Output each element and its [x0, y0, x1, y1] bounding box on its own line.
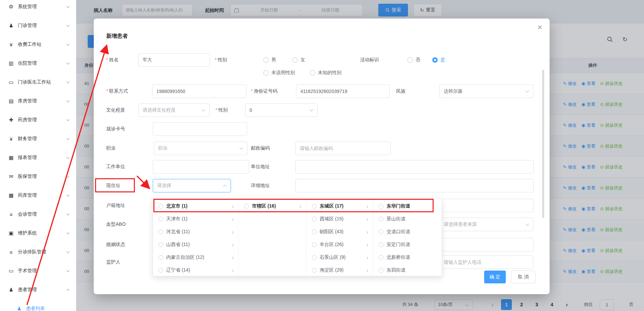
sidebar-item-icon: ♟ — [8, 287, 14, 293]
radio-icon[interactable] — [312, 204, 317, 209]
radio-icon[interactable] — [312, 217, 317, 221]
sidebar-item-icon: ¥ — [8, 42, 14, 48]
radio-icon[interactable] — [379, 229, 383, 234]
cascader-option[interactable]: 辽宁省 (14) — [153, 264, 238, 277]
modal-scrollbar[interactable] — [542, 70, 544, 218]
cascader-option[interactable]: 交道口街道 — [373, 225, 442, 238]
cascader-option-label: 交道口街道 — [386, 229, 410, 235]
detail-address-input[interactable] — [295, 179, 534, 192]
sidebar-item[interactable]: ▭ 门诊医生工作站 — [0, 73, 76, 92]
sidebar-item[interactable]: ⚙ 系统管理 — [0, 0, 76, 16]
chevron-down-icon — [310, 107, 313, 111]
cascader-option[interactable]: 海淀区 (29) — [306, 264, 373, 277]
gender-radio[interactable]: 女 — [292, 57, 305, 63]
radio-icon[interactable] — [379, 217, 383, 221]
cancel-button[interactable]: 取 消 — [511, 271, 535, 283]
active-flag-radio[interactable]: 否 — [407, 57, 420, 63]
radio-icon[interactable] — [158, 204, 163, 209]
gender-code-select[interactable]: 0 — [245, 103, 318, 117]
cascader-option[interactable]: 石景山区 (9) — [306, 251, 373, 264]
cascader-option[interactable]: 东华门街道 — [373, 200, 442, 213]
sidebar-item[interactable]: ▣ 维护系统 — [0, 224, 76, 243]
sidebar-item[interactable]: ✉ 医保管理 — [0, 167, 76, 186]
cascader-option[interactable]: 西城区 (15) — [306, 213, 373, 225]
radio-icon[interactable] — [379, 255, 383, 260]
name-field-label: *姓名 — [106, 57, 118, 63]
cascader-option[interactable]: 内蒙古自治区 (12) — [153, 251, 238, 264]
radio-icon[interactable] — [312, 268, 317, 273]
radio-icon[interactable] — [379, 204, 383, 209]
cascader-option[interactable]: 天津市 (1) — [153, 213, 238, 225]
gender-radio[interactable]: 男 — [263, 57, 276, 63]
chevron-right-icon — [367, 229, 369, 235]
contact-input[interactable] — [152, 85, 246, 98]
chevron-down-icon — [66, 250, 70, 253]
cascader-option[interactable]: 北新桥街道 — [373, 251, 442, 264]
current-address-select[interactable]: 请选择 — [153, 179, 231, 192]
radio-icon[interactable] — [379, 268, 383, 273]
sidebar-item[interactable]: ▭ 手术管理 — [0, 261, 76, 280]
ethnicity-select[interactable]: 达斡尔族 — [439, 85, 533, 98]
sidebar-item[interactable]: ¥ 财务管理 — [0, 129, 76, 148]
gender-radio[interactable]: 未说明性别 — [263, 70, 295, 76]
sidebar-item[interactable]: ✚ 药房管理 — [0, 111, 76, 129]
radio-icon[interactable] — [158, 255, 163, 260]
sidebar-item-label: 分诊排队管理 — [18, 249, 63, 255]
sidebar-item[interactable]: ▦ 报表管理 — [0, 148, 76, 167]
sidebar-item[interactable]: ▩ 药库管理 — [0, 186, 76, 205]
cascader-option-label: 北新桥街道 — [386, 254, 410, 260]
radio-icon[interactable] — [158, 242, 163, 247]
sidebar-item-patient-list[interactable]: ♟ 患者列表 — [0, 299, 76, 311]
address-cascader-dropdown: 北京市 (1)天津市 (1)河北省 (11)山西省 (11)内蒙古自治区 (12… — [153, 198, 442, 276]
cascader-option[interactable]: 安定门街道 — [373, 238, 442, 251]
cascader-option[interactable]: 北京市 (1) — [153, 200, 238, 213]
active-flag-radio[interactable]: 是 — [432, 57, 445, 63]
radio-icon[interactable] — [158, 229, 163, 234]
radio-icon[interactable] — [312, 229, 317, 234]
chevron-down-icon — [66, 193, 70, 197]
sidebar-item-icon: ▤ — [8, 98, 14, 104]
radio-icon[interactable] — [244, 204, 249, 209]
sidebar-item[interactable]: ≡ 会诊管理 — [0, 205, 76, 224]
sidebar-item[interactable]: ≡ 分诊排队管理 — [0, 243, 76, 261]
sidebar-item[interactable]: ¥ 收费工作站 — [0, 35, 76, 54]
sidebar-item[interactable]: ▤ 库房管理 — [0, 92, 76, 111]
cascader-option[interactable]: 丰台区 (26) — [306, 238, 373, 251]
cascader-option[interactable]: 东城区 (17) — [306, 200, 373, 213]
occupation-select[interactable]: 职业 — [154, 142, 247, 155]
guardian-phone-input[interactable] — [439, 255, 533, 269]
radio-icon[interactable] — [312, 242, 317, 247]
radio-icon[interactable] — [379, 242, 383, 247]
sidebar-item[interactable]: ♟ 门诊管理 — [0, 16, 76, 35]
cascader-option[interactable]: 景山街道 — [373, 213, 442, 225]
idcard-field-label: *身份证号码 — [251, 88, 277, 94]
patient-source-select[interactable]: 请选择患者来源 — [439, 218, 533, 231]
radio-icon[interactable] — [158, 217, 163, 221]
sidebar-item[interactable]: ▥ 住院管理 — [0, 54, 76, 73]
sidebar-item[interactable]: ♟ 患者管理 — [0, 280, 76, 299]
sidebar-item-icon: ▭ — [8, 79, 14, 85]
confirm-button[interactable]: 确 定 — [484, 271, 506, 283]
cascader-option[interactable]: 山西省 (11) — [153, 238, 238, 251]
gender-radio[interactable]: 未知的性别 — [310, 70, 342, 76]
education-select[interactable]: 请选择文化程度 — [138, 103, 210, 117]
postcode-input[interactable] — [295, 142, 391, 155]
radio-icon[interactable] — [158, 268, 163, 273]
radio-icon — [407, 57, 413, 63]
household-row-right-input[interactable] — [439, 199, 533, 212]
employer-address-input[interactable] — [295, 160, 534, 174]
cascader-option[interactable]: 朝阳区 (43) — [306, 225, 373, 238]
sidebar: ⚙ 系统管理 ♟ 门诊管理 ¥ 收费工作站 ▥ 住院管理 ▭ 门诊医生工作站 ▤ — [0, 0, 76, 311]
required-mark: * — [251, 88, 253, 94]
cascader-option[interactable]: 市辖区 (16) — [239, 200, 306, 213]
employer-input[interactable] — [153, 160, 249, 174]
radio-icon[interactable] — [312, 255, 317, 260]
cascader-option-label: 景山街道 — [386, 216, 405, 222]
id-number-input[interactable] — [296, 85, 390, 98]
cascader-option[interactable]: 河北省 (11) — [153, 225, 238, 238]
close-icon[interactable]: × — [537, 23, 542, 31]
visit-card-input[interactable] — [153, 122, 247, 136]
cascader-option[interactable]: 东四街道 — [373, 264, 442, 277]
name-input[interactable] — [138, 53, 210, 67]
marital-row-right-input[interactable] — [439, 238, 533, 251]
